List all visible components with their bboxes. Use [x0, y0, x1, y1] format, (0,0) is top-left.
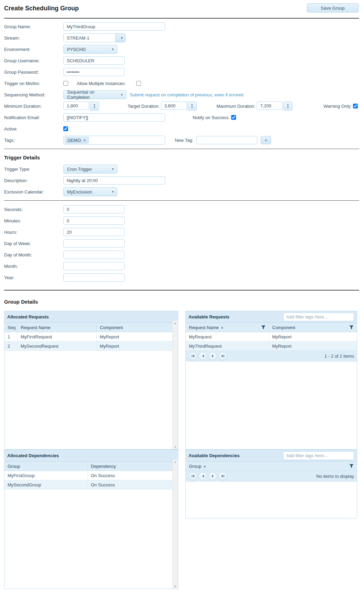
- seconds-input[interactable]: [63, 205, 125, 213]
- table-row[interactable]: 2 MySecondRequest MyReport: [4, 341, 172, 351]
- table-row[interactable]: MyThirdRequest MyReport: [186, 341, 357, 351]
- cell-request-name: MySecondRequest: [18, 341, 97, 350]
- day-of-month-row: Day of Month:: [4, 250, 359, 259]
- minimum-duration-stepper[interactable]: ▲ ▼: [63, 102, 99, 111]
- pager-next-button[interactable]: [208, 352, 217, 360]
- allocated-requests-title: Allocated Requests: [7, 314, 49, 319]
- close-icon[interactable]: ×: [83, 138, 86, 143]
- trigger-on-misfire-checkbox[interactable]: [63, 81, 68, 86]
- warning-only-checkbox[interactable]: [353, 104, 358, 108]
- group-password-input[interactable]: [63, 68, 125, 76]
- available-requests-header: Request Name ▲ Component: [186, 323, 357, 332]
- maximum-duration-label: Maximum Duration:: [217, 104, 256, 109]
- table-row[interactable]: MyRequest MyReport: [186, 332, 357, 341]
- notify-on-success-checkbox[interactable]: [231, 115, 236, 120]
- table-row[interactable]: MySecondGroup On Success: [4, 480, 172, 490]
- pager-first-button[interactable]: [189, 352, 197, 360]
- column-header-request-name[interactable]: Request Name: [18, 323, 97, 332]
- save-group-button[interactable]: Save Group: [307, 3, 358, 12]
- minimum-duration-spin-buttons[interactable]: ▲ ▼: [90, 102, 99, 111]
- add-tag-button[interactable]: +: [261, 136, 271, 144]
- column-header-label: Group: [189, 464, 201, 469]
- filter-tags-input[interactable]: [283, 313, 354, 321]
- group-name-input[interactable]: [63, 22, 165, 31]
- chevron-down-icon: ▼: [111, 190, 114, 193]
- scroll-up-icon[interactable]: ▲: [174, 461, 176, 463]
- pager-last-button[interactable]: [218, 472, 227, 481]
- minimum-duration-label: Minimum Duration:: [4, 104, 63, 109]
- minimum-duration-input[interactable]: [63, 102, 89, 110]
- scroll-down-icon[interactable]: ▼: [174, 446, 176, 448]
- column-header-component[interactable]: Component: [269, 323, 357, 332]
- cell-component: MyReport: [97, 341, 172, 350]
- misfire-row: Trigger on Misfire: Allow Multiple Insta…: [4, 79, 359, 88]
- minutes-input[interactable]: [63, 217, 125, 225]
- column-header-component[interactable]: Component: [97, 323, 172, 332]
- description-input[interactable]: [63, 176, 165, 185]
- table-row[interactable]: 1 MyFirstRequest MyReport: [4, 332, 172, 341]
- stream-combobox[interactable]: ▼: [63, 33, 126, 42]
- column-header-request-name[interactable]: Request Name ▲: [186, 323, 269, 332]
- environment-dropdown[interactable]: PYSCHD ▼: [63, 45, 117, 54]
- new-tag-input[interactable]: [196, 136, 257, 144]
- column-header-seq[interactable]: Seq: [4, 323, 18, 332]
- stream-input[interactable]: [64, 34, 115, 42]
- maximum-duration-input[interactable]: [257, 102, 282, 110]
- pager-next-button[interactable]: [208, 472, 217, 481]
- available-requests-panel: Available Requests Request Name ▲ Compon…: [185, 311, 357, 450]
- filter-icon[interactable]: [349, 464, 354, 468]
- filter-icon[interactable]: [349, 325, 354, 329]
- month-input[interactable]: [63, 262, 125, 270]
- allocated-dependencies-panel: Allocated Dependencies Group Dependency …: [4, 450, 178, 589]
- available-dependencies-titlebar: Available Dependencies: [186, 450, 357, 462]
- scroll-up-icon[interactable]: ▲: [174, 322, 176, 324]
- day-of-month-label: Day of Month:: [4, 252, 63, 257]
- column-header-group[interactable]: Group ▲: [186, 462, 357, 471]
- sequencing-method-value: Sequential on Completion: [67, 90, 118, 100]
- pager-last-button[interactable]: [218, 352, 227, 360]
- filter-tags-input[interactable]: [283, 451, 354, 460]
- sequencing-method-dropdown[interactable]: Sequential on Completion ▼: [63, 90, 126, 99]
- table-row[interactable]: MyFirstGroup On Success: [4, 471, 172, 480]
- target-duration-spin-buttons[interactable]: ▲ ▼: [188, 102, 197, 111]
- allocated-requests-titlebar: Allocated Requests: [4, 311, 178, 323]
- spinner-up-icon: ▲: [191, 103, 193, 106]
- hours-input[interactable]: [63, 228, 125, 236]
- allocated-dependencies-title: Allocated Dependencies: [7, 453, 59, 458]
- trigger-type-dropdown[interactable]: Cron Trigger ▼: [63, 165, 117, 173]
- exclusion-calendar-dropdown[interactable]: MyExclusion ▼: [63, 187, 117, 196]
- allocated-dependencies-titlebar: Allocated Dependencies: [4, 450, 178, 462]
- pager-previous-button[interactable]: [199, 352, 207, 360]
- stream-dropdown-button[interactable]: ▼: [115, 34, 125, 42]
- pager-previous-button[interactable]: [199, 472, 207, 481]
- available-dependencies-panel: Available Dependencies Group ▲: [185, 450, 357, 518]
- day-of-month-input[interactable]: [63, 251, 125, 259]
- hours-row: Hours:: [4, 228, 359, 236]
- group-username-input[interactable]: [63, 56, 125, 65]
- sequencing-method-row: Sequencing Method: Sequential on Complet…: [4, 90, 359, 99]
- allow-multiple-instances-checkbox[interactable]: [136, 81, 141, 86]
- vertical-scrollbar[interactable]: ▲ ▼: [172, 460, 178, 589]
- active-checkbox[interactable]: [63, 126, 68, 131]
- column-header-group[interactable]: Group: [4, 462, 88, 471]
- spinner-down-icon: ▼: [287, 106, 289, 109]
- pager-first-button[interactable]: [189, 472, 197, 481]
- tags-multiselect[interactable]: DEMO ×: [63, 136, 165, 145]
- target-duration-input[interactable]: [161, 102, 187, 110]
- scroll-down-icon[interactable]: ▼: [174, 585, 176, 588]
- chevron-down-icon: ▼: [120, 93, 123, 96]
- column-header-dependency[interactable]: Dependency: [88, 462, 172, 471]
- filter-icon[interactable]: [261, 325, 266, 329]
- maximum-duration-stepper[interactable]: ▲ ▼: [257, 102, 292, 111]
- day-of-week-input[interactable]: [63, 239, 125, 248]
- maximum-duration-spin-buttons[interactable]: ▲ ▼: [283, 102, 292, 111]
- environment-value: PYSCHD: [67, 47, 86, 52]
- year-input[interactable]: [63, 273, 125, 282]
- column-header-label-wrap: Group ▲: [189, 464, 206, 469]
- notification-email-input[interactable]: [63, 113, 165, 122]
- tag-chip[interactable]: DEMO ×: [65, 137, 89, 144]
- target-duration-label: Target Duration:: [128, 104, 160, 109]
- allocated-requests-header: Seq Request Name Component: [4, 323, 178, 332]
- vertical-scrollbar[interactable]: ▲ ▼: [172, 321, 178, 449]
- target-duration-stepper[interactable]: ▲ ▼: [161, 102, 197, 111]
